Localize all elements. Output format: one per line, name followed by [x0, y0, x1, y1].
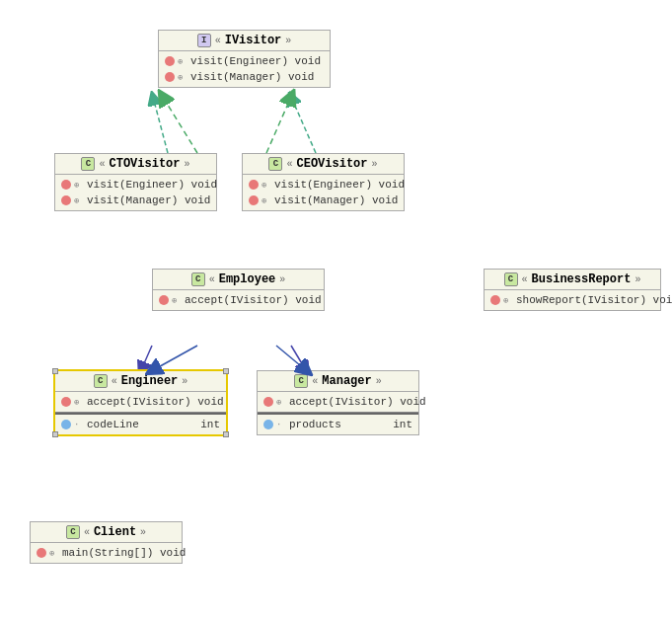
fields-engineer: · codeLine int: [55, 415, 226, 434]
method-row: ⊕ visit(Engineer) void: [55, 177, 216, 193]
method-icon: [249, 195, 259, 205]
methods-ivisitor: ⊕ visit(Engineer) void ⊕ visit(Manager) …: [159, 51, 330, 87]
method-icon: [159, 295, 169, 305]
method-row: ⊕ visit(Manager) void: [55, 193, 216, 208]
interface-icon-ivisitor: I: [197, 34, 211, 47]
method-icon: [490, 295, 500, 305]
class-manager[interactable]: C « Manager » ⊕ accept(IVisitor) void · …: [257, 370, 419, 435]
method-row: ⊕ visit(Manager) void: [243, 193, 404, 208]
method-icon: [165, 72, 175, 82]
resize-handle-bl[interactable]: [52, 431, 58, 437]
fields-manager: · products int: [258, 415, 418, 434]
methods-ctovisitor: ⊕ visit(Engineer) void ⊕ visit(Manager) …: [55, 175, 216, 210]
class-icon-client: C: [66, 525, 80, 539]
classname-ctovisitor: CTOVisitor: [109, 157, 180, 171]
method-row: ⊕ accept(IVisitor) void: [55, 394, 226, 410]
field-row: · codeLine int: [55, 417, 226, 432]
class-header-ivisitor: I « IVisitor »: [159, 31, 330, 51]
arrow-ivisitor-ceovisitor: [266, 97, 291, 153]
class-engineer[interactable]: C « Engineer » ⊕ accept(IVisitor) void ·…: [54, 370, 227, 435]
class-icon-ceovisitor: C: [268, 157, 282, 171]
methods-employee: ⊕ accept(IVisitor) void: [153, 290, 324, 310]
classname-engineer: Engineer: [121, 374, 179, 388]
class-header-ctovisitor: C « CTOVisitor »: [55, 154, 216, 175]
classname-ceovisitor: CEOVisitor: [296, 157, 367, 171]
method-icon: [263, 397, 273, 407]
method-row: ⊕ accept(IVisitor) void: [153, 292, 324, 308]
class-employee[interactable]: C « Employee » ⊕ accept(IVisitor) void: [152, 269, 325, 311]
resize-handle-tr[interactable]: [223, 368, 229, 374]
class-header-engineer: C « Engineer »: [55, 371, 226, 392]
method-icon: [61, 180, 71, 190]
svg-line-2: [141, 346, 152, 370]
methods-engineer: ⊕ accept(IVisitor) void: [55, 392, 226, 412]
method-icon: [249, 180, 259, 190]
method-row: ⊕ visit(Manager) void: [159, 69, 330, 85]
classname-client: Client: [94, 525, 136, 539]
arrow-employee-engineer: [153, 346, 197, 370]
class-ivisitor[interactable]: I « IVisitor » ⊕ visit(Engineer) void ⊕ …: [158, 30, 331, 88]
resize-handle-br[interactable]: [223, 431, 229, 437]
class-header-client: C « Client »: [31, 522, 182, 543]
class-ctovisitor[interactable]: C « CTOVisitor » ⊕ visit(Engineer) void …: [54, 153, 217, 211]
method-row: ⊕ showReport(IVisitor) void: [485, 292, 660, 308]
classname-employee: Employee: [219, 272, 276, 286]
class-header-ceovisitor: C « CEOVisitor »: [243, 154, 404, 175]
class-ceovisitor[interactable]: C « CEOVisitor » ⊕ visit(Engineer) void …: [242, 153, 405, 211]
class-icon-manager: C: [294, 374, 308, 388]
method-icon: [37, 548, 46, 558]
stereotype-ivisitor: «: [215, 36, 221, 46]
methods-manager: ⊕ accept(IVisitor) void: [258, 392, 418, 412]
class-icon-ctovisitor: C: [81, 157, 95, 171]
class-icon-employee: C: [191, 272, 205, 286]
method-row: ⊕ accept(IVisitor) void: [258, 394, 418, 410]
arrow-ivisitor-ctovisitor: [163, 97, 197, 153]
method-row: ⊕ visit(Engineer) void: [243, 177, 404, 193]
methods-ceovisitor: ⊕ visit(Engineer) void ⊕ visit(Manager) …: [243, 175, 404, 210]
svg-line-3: [291, 346, 306, 370]
class-icon-engineer: C: [94, 374, 108, 388]
method-row: ⊕ main(String[]) void: [31, 545, 182, 561]
class-header-manager: C « Manager »: [258, 371, 418, 392]
field-icon: [61, 420, 71, 429]
class-businessreport[interactable]: C « BusinessReport » ⊕ showReport(IVisit…: [484, 269, 661, 311]
arrow-employee-manager: [276, 346, 306, 370]
class-icon-businessreport: C: [504, 272, 518, 286]
method-icon: [165, 56, 175, 66]
svg-line-1: [291, 97, 316, 153]
method-row: ⊕ visit(Engineer) void: [159, 53, 330, 69]
method-icon: [61, 195, 71, 205]
class-header-employee: C « Employee »: [153, 270, 324, 290]
classname-ivisitor: IVisitor: [225, 34, 282, 47]
method-icon: [61, 397, 71, 407]
field-row: · products int: [258, 417, 418, 432]
methods-client: ⊕ main(String[]) void: [31, 543, 182, 563]
classname-manager: Manager: [322, 374, 371, 388]
methods-businessreport: ⊕ showReport(IVisitor) void: [485, 290, 660, 310]
class-header-businessreport: C « BusinessReport »: [485, 270, 660, 290]
resize-handle-tl[interactable]: [52, 368, 58, 374]
classname-businessreport: BusinessReport: [532, 272, 632, 286]
svg-line-0: [153, 97, 168, 153]
class-client[interactable]: C « Client » ⊕ main(String[]) void: [30, 521, 183, 564]
field-icon: [263, 420, 273, 429]
